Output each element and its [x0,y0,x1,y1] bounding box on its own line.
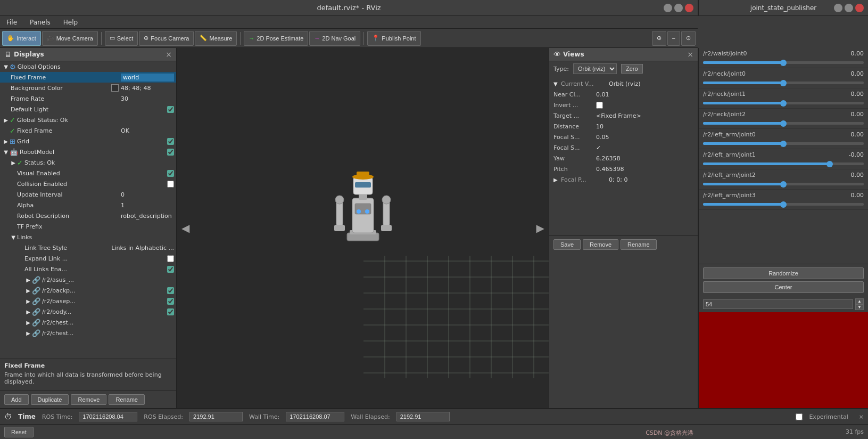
status-ok-row[interactable]: ▶ ✓ Status: Ok [0,157,176,168]
focal-p-row[interactable]: ▶ Focal P... 0; 0; 0 [549,174,698,185]
center-button[interactable]: Center [703,281,864,293]
joint-slider-4[interactable] [703,142,864,145]
visual-enabled-row[interactable]: Visual Enabled [0,168,176,178]
rename-button[interactable]: Rename [109,394,145,405]
r2-backp-checkbox[interactable] [167,287,174,294]
jsp-spin-down[interactable]: ▼ [855,304,864,310]
views-rename-btn[interactable]: Rename [621,239,657,250]
jsp-spin-up[interactable]: ▲ [855,298,864,304]
r2-basep-arrow[interactable]: ▶ [24,298,32,304]
status-ok-arrow[interactable]: ▶ [10,160,17,166]
robot-model-row[interactable]: ▼ 🤖 RobotModel [0,147,176,157]
joint-slider-0[interactable] [703,61,864,64]
joint-slider-3[interactable] [703,122,864,125]
r2-body-row[interactable]: ▶ 🔗 /r2/body... [0,306,176,317]
joint-slider-1[interactable] [703,82,864,84]
default-light-row[interactable]: Default Light [0,104,176,115]
r2-chest1-row[interactable]: ▶ 🔗 /r2/chest... [0,317,176,328]
jsp-minimize-btn[interactable] [834,4,842,12]
rviz-minimize-btn[interactable] [664,4,672,12]
viewport[interactable]: .grid-h { stroke: rgba(140,160,140,0.4);… [177,48,549,408]
menu-panels[interactable]: Panels [28,18,53,27]
r2-body-checkbox[interactable] [167,308,174,315]
views-remove-btn[interactable]: Remove [583,239,618,250]
r2-chest2-arrow[interactable]: ▶ [24,330,32,336]
time-close-btn[interactable]: × [859,413,864,420]
frame-rate-row[interactable]: Frame Rate 30 [0,93,176,104]
focus-camera-button[interactable]: ⊕ Focus Camera [139,31,194,46]
jsp-spin-input[interactable] [703,299,853,309]
robot-model-checkbox[interactable] [167,149,174,156]
move-camera-button[interactable]: 🎥 Move Camera [42,31,98,46]
invert-checkbox[interactable] [596,102,603,109]
ros-elapsed-input[interactable] [189,412,243,421]
menu-help[interactable]: Help [61,18,80,27]
measure-button[interactable]: 📏 Measure [195,31,237,46]
expand-link-checkbox[interactable] [167,255,174,262]
joint-slider-5[interactable] [703,162,864,165]
experimental-checkbox[interactable] [796,413,803,420]
expand-link-row[interactable]: Expand Link ... [0,253,176,264]
bg-color-row[interactable]: Background Color 48; 48; 48 [0,83,176,93]
all-links-checkbox[interactable] [167,266,174,273]
r2-backp-row[interactable]: ▶ 🔗 /r2/backp... [0,285,176,296]
reset-button[interactable]: Reset [4,427,34,437]
r2-body-arrow[interactable]: ▶ [24,309,32,315]
robot-description-row[interactable]: Robot Description robot_description [0,210,176,221]
publish-point-button[interactable]: 📍 Publish Point [367,31,420,46]
collision-enabled-row[interactable]: Collision Enabled [0,178,176,189]
links-arrow[interactable]: ▼ [10,234,17,240]
global-status-arrow[interactable]: ▶ [2,117,10,123]
fixed-frame-row[interactable]: Fixed Frame world [0,72,176,83]
r2-basep-row[interactable]: ▶ 🔗 /r2/basep... [0,296,176,306]
grid-checkbox[interactable] [167,138,174,145]
focal-p-arrow[interactable]: ▶ [553,177,561,183]
toolbar-extra-btn3[interactable]: ⊙ [681,31,696,46]
global-options-arrow[interactable]: ▼ [2,64,10,70]
links-row[interactable]: ▼ Links [0,232,176,242]
rviz-maximize-btn[interactable] [674,4,683,12]
toolbar-extra-btn1[interactable]: ⊕ [652,31,666,46]
duplicate-button[interactable]: Duplicate [31,394,69,405]
views-type-select[interactable]: Orbit (rviz) [573,63,617,74]
alpha-row[interactable]: Alpha 1 [0,200,176,210]
r2-basep-checkbox[interactable] [167,298,174,305]
nav-right-arrow[interactable]: ▶ [536,222,544,234]
displays-close-btn[interactable]: × [166,50,172,59]
r2-backp-arrow[interactable]: ▶ [24,288,32,294]
current-view-arrow[interactable]: ▼ [553,81,561,87]
joint-slider-2[interactable] [703,102,864,104]
grid-row[interactable]: ▶ ⊞ Grid [0,136,176,147]
fixed-frame-status-row[interactable]: ✓ Fixed Frame OK [0,125,176,136]
views-zero-btn[interactable]: Zero [621,64,643,74]
nav-goal-button[interactable]: → 2D Nav Goal [309,31,360,46]
r2-chest2-row[interactable]: ▶ 🔗 /r2/chest... [0,328,176,338]
randomize-button[interactable]: Randomize [703,267,864,279]
collision-enabled-checkbox[interactable] [167,181,174,188]
add-button[interactable]: Add [4,394,29,405]
r2-asus-arrow[interactable]: ▶ [24,277,32,283]
remove-button[interactable]: Remove [71,394,106,405]
wall-elapsed-input[interactable] [396,412,450,421]
ros-time-input[interactable] [79,412,137,421]
visual-enabled-checkbox[interactable] [167,170,174,177]
default-light-checkbox[interactable] [167,106,174,113]
all-links-row[interactable]: All Links Ena... [0,264,176,274]
link-tree-style-row[interactable]: Link Tree Style Links in Alphabetic ... [0,242,176,253]
toolbar-extra-btn2[interactable]: − [667,31,680,46]
viewport-canvas[interactable]: .grid-h { stroke: rgba(140,160,140,0.4);… [177,48,549,408]
robot-model-arrow[interactable]: ▼ [2,149,10,155]
select-button[interactable]: ▭ Select [105,31,138,46]
update-interval-row[interactable]: Update Interval 0 [0,189,176,200]
pose-estimate-button[interactable]: → 2D Pose Estimate [244,31,308,46]
r2-chest1-arrow[interactable]: ▶ [24,320,32,326]
grid-arrow[interactable]: ▶ [2,139,10,144]
views-save-btn[interactable]: Save [553,239,581,250]
wall-time-input[interactable] [286,412,344,421]
global-options-row[interactable]: ▼ ⚙ Global Options [0,61,176,72]
jsp-maximize-btn[interactable] [845,4,853,12]
menu-file[interactable]: File [4,18,19,27]
r2-asus-row[interactable]: ▶ 🔗 /r2/asus_... [0,274,176,285]
global-status-row[interactable]: ▶ ✓ Global Status: Ok [0,115,176,125]
current-view-row[interactable]: ▼ Current V... Orbit (rviz) [549,78,698,89]
